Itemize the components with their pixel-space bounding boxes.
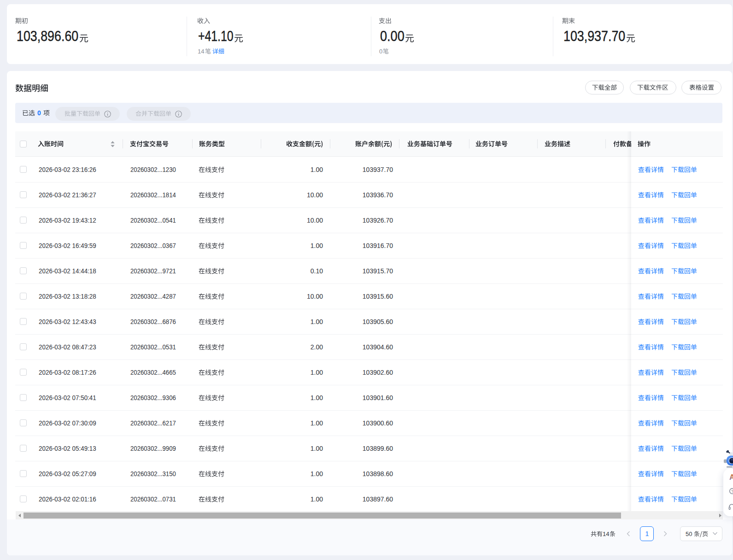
svg-text:?: ? bbox=[731, 489, 733, 494]
svg-text:A: A bbox=[729, 473, 733, 481]
